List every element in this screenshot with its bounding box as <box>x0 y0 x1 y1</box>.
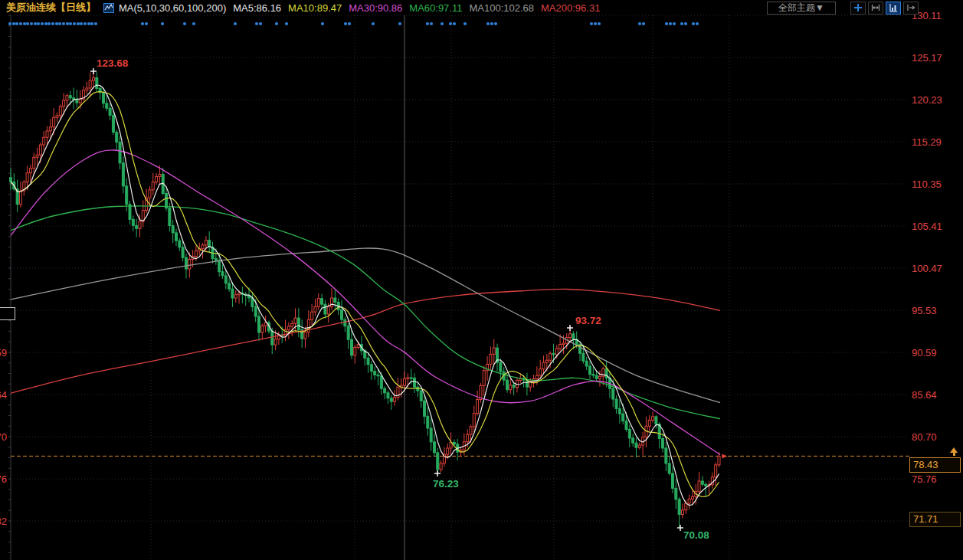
price-axis-label: 125.17 <box>912 52 942 64</box>
ma30-value: MA30:90.86 <box>349 2 402 14</box>
ma10-value: MA10:89.47 <box>288 2 342 14</box>
ma60-value: MA60:97.11 <box>409 2 462 14</box>
symbol-title: 美原油连续【日线】 <box>6 1 96 15</box>
price-axis-label: 105.41 <box>912 221 942 232</box>
layout-grid-icon[interactable] <box>850 2 866 15</box>
price-axis-label: 115.29 <box>912 136 942 148</box>
price-axis-label-clipped: 75.76 <box>0 473 7 485</box>
price-axis-label: 95.53 <box>912 305 937 316</box>
trading-app: 美原油连续【日线】 MA(5,10,30,60,100,200) MA5:86.… <box>0 0 963 560</box>
toolbar-right-cluster: 全部主题▼ <box>767 2 919 15</box>
ma200-value: MA200:96.31 <box>541 2 600 14</box>
swing-annotations: 123.6893.7276.2370.08 <box>90 57 709 541</box>
svg-text:76.23: 76.23 <box>433 478 459 490</box>
left-axis <box>8 15 11 560</box>
price-axis-label: 80.70 <box>912 431 937 443</box>
price-axis-label-clipped: 90.59 <box>0 347 7 359</box>
price-axis-label: 120.23 <box>912 94 942 106</box>
secondary-price-tag: 71.71 <box>909 512 961 527</box>
price-axis-label-clipped: 85.64 <box>0 389 7 401</box>
theme-dropdown[interactable]: 全部主题▼ <box>767 2 836 15</box>
ma100-value: MA100:102.68 <box>469 2 534 14</box>
price-axis-label-clipped: 70.82 <box>0 516 7 527</box>
last-price-arrow-icon <box>722 454 727 458</box>
price-axis-label-clipped: 80.70 <box>0 431 7 443</box>
candlestick-chart[interactable]: 123.6893.7276.2370.08 <box>0 0 963 560</box>
ma-line-ma100 <box>11 248 720 403</box>
chart-tool-icons <box>848 2 919 15</box>
price-axis-label: 85.64 <box>912 389 937 401</box>
candles-layer <box>10 70 720 528</box>
ma-line-ma10 <box>11 92 719 497</box>
ma5-value: MA5:86.16 <box>233 2 281 14</box>
svg-text:93.72: 93.72 <box>575 315 601 326</box>
auto-scale-icon[interactable] <box>886 2 901 15</box>
last-price-tag: 78.43 <box>909 457 961 473</box>
price-axis-label: 75.76 <box>912 473 937 485</box>
ma-line-ma60 <box>11 206 720 419</box>
axis-range-icon[interactable] <box>868 2 883 15</box>
top-bar: 美原油连续【日线】 MA(5,10,30,60,100,200) MA5:86.… <box>0 0 963 15</box>
gridlines <box>11 15 909 560</box>
ma-line-ma30 <box>11 150 720 455</box>
price-up-arrow-icon <box>950 447 958 453</box>
pan-to-latest-icon[interactable] <box>903 2 919 15</box>
price-axis-label: 90.59 <box>912 347 937 359</box>
price-axis-label: 100.47 <box>912 263 942 274</box>
left-axis-tag <box>0 307 15 320</box>
price-axis-label: 110.35 <box>912 178 942 190</box>
ma-params-label: MA(5,10,30,60,100,200) <box>119 2 226 14</box>
svg-text:123.68: 123.68 <box>97 57 129 69</box>
svg-text:70.08: 70.08 <box>683 529 709 541</box>
event-dots <box>8 22 699 25</box>
line-chart-icon <box>103 3 114 13</box>
